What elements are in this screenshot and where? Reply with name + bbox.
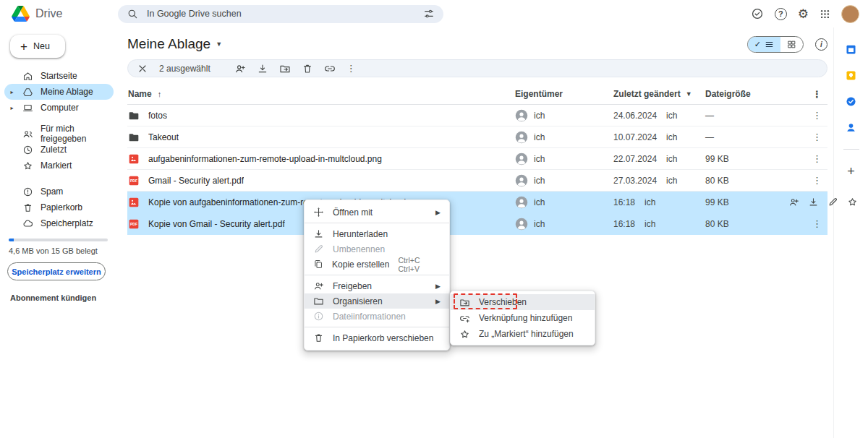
divider: [305, 275, 449, 275]
file-size: —: [705, 132, 714, 142]
submenu-item-move[interactable]: Verschieben: [451, 294, 595, 310]
header-modified[interactable]: Zuletzt geändert: [613, 89, 681, 99]
calendar-icon[interactable]: [845, 43, 857, 56]
info-icon[interactable]: i: [815, 38, 827, 51]
menu-item-copy[interactable]: Kopie erstellen Ctrl+C Ctrl+V: [305, 257, 449, 272]
offline-status-icon[interactable]: [751, 7, 764, 20]
cancel-subscription-link[interactable]: Abonnement kündigen: [10, 293, 114, 302]
svg-text:PDF: PDF: [130, 179, 137, 183]
new-button[interactable]: + Neu: [10, 35, 65, 58]
apps-icon[interactable]: [820, 9, 830, 20]
page-title[interactable]: Meine Ablage: [127, 36, 210, 52]
more-vert-icon[interactable]: ⋮: [812, 219, 822, 228]
image-file-icon: [128, 197, 140, 208]
sidebar-item-meine-ablage[interactable]: ▸ Meine Ablage: [4, 84, 114, 100]
header-more-icon[interactable]: ⋮: [812, 90, 822, 99]
sort-asc-icon[interactable]: ↑: [158, 90, 162, 98]
more-vert-icon[interactable]: ⋮: [812, 154, 822, 163]
settings-icon[interactable]: ⚙: [798, 8, 809, 20]
download-icon: [313, 228, 324, 239]
selection-toolbar: 2 ausgewählt ⋮: [127, 59, 827, 77]
tasks-icon[interactable]: [845, 95, 857, 108]
sidebar-item-computer[interactable]: ▸ Computer: [4, 100, 114, 116]
header-name[interactable]: Name: [128, 89, 152, 99]
plus-icon: +: [20, 40, 27, 53]
expand-arrow-icon[interactable]: ▸: [9, 89, 15, 95]
more-vert-icon[interactable]: ⋮: [812, 132, 822, 142]
drive-logo[interactable]: Drive: [12, 6, 118, 22]
sidebar-item-speicherplatz[interactable]: Speicherplatz: [4, 215, 114, 231]
title-caret-icon[interactable]: ▼: [216, 40, 222, 48]
menu-item-open-with[interactable]: Öffnen mit ▶: [305, 205, 449, 220]
tune-icon[interactable]: [423, 8, 435, 20]
modified-date: 16:18: [613, 197, 635, 207]
get-addons-plus-icon[interactable]: +: [847, 165, 855, 178]
sidebar-item-startseite[interactable]: Startseite: [4, 68, 114, 84]
list-view-button[interactable]: ✓: [748, 37, 780, 52]
expand-arrow-icon[interactable]: ▸: [9, 105, 15, 111]
folder-icon: [313, 296, 324, 306]
search-bar[interactable]: [118, 5, 443, 23]
menu-item-trash[interactable]: In Papierkorb verschieben: [305, 330, 449, 345]
submenu-item-add-starred[interactable]: Zu „Markiert“ hinzufügen: [451, 326, 595, 342]
menu-item-download[interactable]: Herunterladen: [305, 226, 449, 241]
link-icon[interactable]: [324, 63, 336, 74]
file-size: 99 KB: [705, 154, 729, 164]
download-icon[interactable]: [257, 63, 268, 74]
sidebar-item-label: Speicherplatz: [41, 218, 93, 228]
top-bar: Drive ? ⚙: [0, 0, 868, 27]
file-name: Takeout: [148, 132, 179, 142]
table-row-selected[interactable]: PDF Kopie von Gmail - Security alert.pdf…: [127, 213, 827, 235]
table-row-selected[interactable]: Kopie von aufgabeninformationen-zum-remo…: [127, 192, 827, 213]
more-vert-icon[interactable]: ⋮: [812, 176, 822, 185]
submenu-item-add-shortcut[interactable]: Verknüpfung hinzufügen: [451, 310, 595, 326]
avatar[interactable]: [841, 5, 859, 23]
more-vert-icon[interactable]: ⋮: [346, 64, 356, 73]
menu-item-file-info[interactable]: Dateiinformationen: [305, 309, 449, 324]
menu-item-organize[interactable]: Organisieren ▶: [305, 293, 449, 309]
keep-icon[interactable]: [845, 69, 857, 82]
move-icon[interactable]: [279, 63, 291, 74]
organize-submenu: Verschieben Verknüpfung hinzufügen Zu „M…: [450, 291, 595, 345]
pdf-file-icon: PDF: [128, 175, 140, 186]
help-icon[interactable]: ?: [775, 8, 787, 20]
trash-icon[interactable]: [302, 63, 313, 74]
header-size[interactable]: Dateigröße: [705, 89, 751, 99]
table-row[interactable]: PDF Gmail - Security alert.pdf ich 27.03…: [127, 170, 827, 192]
download-icon[interactable]: [808, 197, 819, 207]
link-add-icon: [459, 313, 470, 324]
cloud-icon: [22, 218, 33, 229]
submenu-arrow-icon: ▶: [435, 298, 441, 305]
sidebar-item-freigegeben[interactable]: Für mich freigegeben: [4, 126, 114, 142]
contacts-icon[interactable]: [845, 121, 857, 134]
menu-item-rename[interactable]: Umbenennen: [305, 241, 449, 257]
upgrade-storage-button[interactable]: Speicherplatz erweitern: [7, 262, 106, 280]
sidebar-item-label: Meine Ablage: [41, 87, 93, 97]
header-owner[interactable]: Eigentümer: [515, 89, 563, 99]
topbar-actions: ? ⚙: [751, 5, 861, 23]
person-add-icon[interactable]: [788, 197, 799, 207]
menu-item-share[interactable]: Freigeben ▶: [305, 278, 449, 293]
table-row[interactable]: aufgabeninformationen-zum-remote-upload-…: [127, 148, 827, 170]
close-icon[interactable]: [137, 63, 148, 74]
sidebar-item-zuletzt[interactable]: Zuletzt: [4, 142, 114, 158]
caret-down-icon[interactable]: ▼: [686, 90, 692, 98]
search-icon[interactable]: [127, 8, 138, 20]
owner-name: ich: [534, 154, 545, 164]
table-row[interactable]: fotos ich 24.06.2024 ich — ⋮: [127, 105, 827, 126]
trash-icon: [313, 332, 324, 343]
computer-icon: [22, 103, 33, 113]
sidebar-item-label: Computer: [41, 103, 79, 113]
search-input[interactable]: [145, 8, 416, 20]
modified-by: ich: [644, 219, 655, 229]
more-vert-icon[interactable]: ⋮: [812, 111, 822, 120]
person-add-icon[interactable]: [234, 63, 246, 74]
sidebar-item-markiert[interactable]: Markiert: [4, 158, 114, 173]
submenu-arrow-icon: ▶: [435, 209, 441, 216]
grid-view-button[interactable]: [780, 37, 803, 52]
rename-pencil-icon[interactable]: [827, 197, 838, 207]
sidebar-item-papierkorb[interactable]: Papierkorb: [4, 199, 114, 215]
table-row[interactable]: Takeout ich 10.07.2024 ich — ⋮: [127, 126, 827, 148]
sidebar-item-spam[interactable]: Spam: [4, 184, 114, 199]
star-icon[interactable]: [847, 197, 858, 207]
